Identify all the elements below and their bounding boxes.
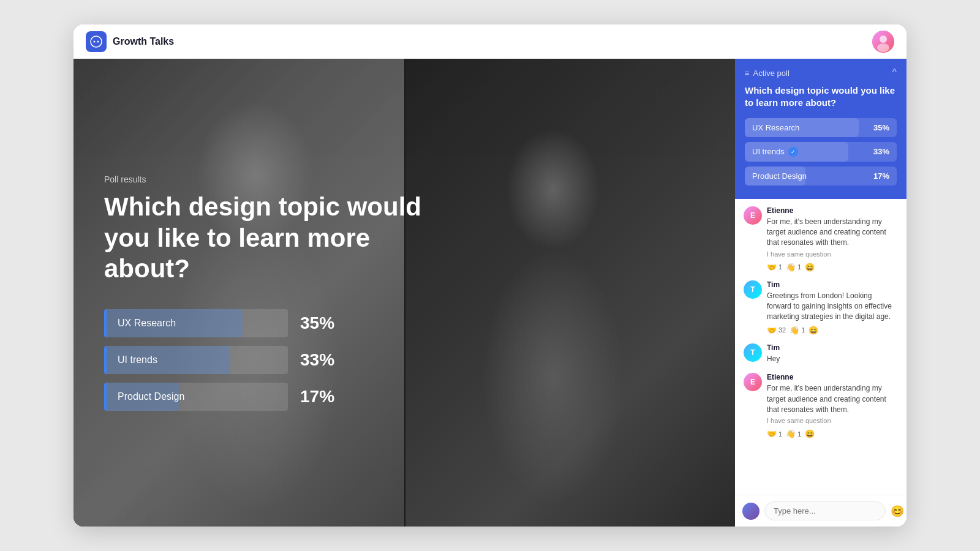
chat-message: T Tim Hey — [744, 343, 898, 364]
poll-option-label: Product Design — [118, 391, 184, 402]
chat-input[interactable] — [764, 501, 886, 520]
chat-input-row: 😊 👋 🔥 — [735, 495, 907, 527]
emoji-icon[interactable]: 😊 — [891, 504, 904, 518]
svg-point-5 — [877, 43, 889, 52]
header: Growth Talks — [74, 24, 907, 59]
reaction-count: 1 — [778, 263, 782, 271]
poll-option-label: UI trends — [118, 354, 157, 365]
app-window: Growth Talks P — [74, 24, 907, 527]
reaction-count: 1 — [801, 326, 805, 334]
svg-point-4 — [880, 36, 887, 43]
reaction-emoji: 😄 — [805, 263, 815, 272]
poll-panel-option[interactable]: UX Research 35% — [745, 118, 897, 137]
poll-question: Which design topic would you like to lea… — [104, 192, 459, 284]
msg-text: Greetings from London! Looking forward t… — [767, 291, 898, 323]
chat-message: E Etienne For me, it's been understandin… — [744, 373, 898, 438]
msg-avatar: E — [744, 373, 762, 391]
reaction-pill[interactable]: 🤝 32 — [767, 326, 786, 335]
poll-option-bar: UX Research — [104, 309, 288, 337]
chat-messages[interactable]: E Etienne For me, it's been understandin… — [735, 199, 907, 495]
poll-panel-option-pct: 33% — [873, 147, 889, 156]
poll-panel-option-pct: 17% — [873, 171, 889, 181]
msg-body: Etienne For me, it's been understanding … — [767, 206, 898, 272]
user-avatar-header[interactable] — [872, 31, 894, 53]
collapse-button[interactable]: ^ — [892, 67, 897, 78]
logo-icon — [86, 31, 107, 52]
poll-option-pct: 17% — [300, 387, 343, 407]
msg-text: Hey — [767, 354, 898, 364]
poll-label: Poll results — [104, 174, 704, 184]
poll-option-row: UI trends 33% — [104, 346, 704, 374]
reaction-emoji: 😄 — [805, 429, 815, 438]
poll-option-pct: 35% — [300, 313, 343, 333]
svg-point-0 — [91, 36, 102, 47]
reaction-emoji: 👋 — [790, 326, 799, 335]
msg-text: For me, it's been understanding my targe… — [767, 383, 898, 415]
video-section: Poll results Which design topic would yo… — [74, 59, 735, 527]
header-left: Growth Talks — [86, 31, 174, 52]
reaction-count: 1 — [797, 263, 801, 271]
svg-point-2 — [97, 40, 99, 42]
poll-option-pct: 33% — [300, 350, 343, 370]
chat-message: T Tim Greetings from London! Looking for… — [744, 280, 898, 335]
chat-input-avatar — [742, 503, 760, 520]
chat-input-icons: 😊 👋 🔥 — [891, 504, 907, 518]
active-poll-panel: ≡ Active poll ^ Which design topic would… — [735, 59, 907, 199]
chat-message: E Etienne For me, it's been understandin… — [744, 206, 898, 272]
reaction-emoji: 🤝 — [767, 326, 777, 335]
msg-text: For me, it's been understanding my targe… — [767, 217, 898, 249]
reaction-pill[interactable]: 👋 1 — [786, 429, 801, 438]
reaction-emoji: 👋 — [786, 429, 796, 438]
msg-author: Etienne — [767, 373, 898, 381]
msg-avatar: T — [744, 343, 762, 362]
poll-icon: ≡ — [745, 69, 750, 78]
reaction-pill[interactable]: 🤝 1 — [767, 263, 782, 272]
poll-panel-option-label: UX Research — [752, 123, 799, 132]
reaction-emoji: 👋 — [786, 263, 796, 272]
main-content: Poll results Which design topic would yo… — [74, 59, 907, 527]
poll-option-row: Product Design 17% — [104, 383, 704, 411]
poll-panel-option-label: Product Design — [752, 171, 807, 181]
reaction-count: 1 — [778, 430, 782, 438]
msg-body: Etienne For me, it's been understanding … — [767, 373, 898, 438]
reaction-emoji: 🤝 — [767, 263, 777, 272]
msg-avatar: E — [744, 206, 762, 225]
poll-panel-question: Which design topic would you like to lea… — [745, 84, 897, 110]
msg-avatar: T — [744, 280, 762, 299]
active-poll-header: ≡ Active poll ^ — [745, 67, 897, 78]
reaction-pill[interactable]: 😄 — [805, 263, 815, 272]
msg-body: Tim Greetings from London! Looking forwa… — [767, 280, 898, 335]
poll-option-row: UX Research 35% — [104, 309, 704, 337]
msg-reactions: 🤝 32 👋 1 😄 — [767, 326, 898, 335]
reaction-pill[interactable]: 👋 1 — [786, 263, 801, 272]
msg-reactions: 🤝 1 👋 1 😄 — [767, 263, 898, 272]
reaction-emoji: 🤝 — [767, 429, 777, 438]
chat-section: E Etienne For me, it's been understandin… — [735, 199, 907, 527]
msg-reactions: 🤝 1 👋 1 😄 — [767, 429, 898, 438]
poll-panel-option-pct: 35% — [873, 123, 889, 132]
app-title: Growth Talks — [113, 36, 174, 47]
reaction-count: 1 — [797, 430, 801, 438]
poll-panel-option[interactable]: Product Design 17% — [745, 167, 897, 186]
reaction-pill[interactable]: 😄 — [805, 429, 815, 438]
msg-author: Tim — [767, 343, 898, 352]
msg-author: Etienne — [767, 206, 898, 215]
poll-panel-option[interactable]: UI trends ✓ 33% — [745, 142, 897, 162]
poll-overlay: Poll results Which design topic would yo… — [74, 59, 735, 527]
svg-point-1 — [94, 40, 96, 42]
reaction-pill[interactable]: 👋 1 — [790, 326, 805, 335]
poll-option-bar: UI trends — [104, 346, 288, 374]
reaction-count: 32 — [778, 326, 786, 334]
msg-subtext: I have same question — [767, 250, 898, 260]
poll-option-bar: Product Design — [104, 383, 288, 411]
msg-subtext: I have same question — [767, 416, 898, 426]
msg-body: Tim Hey — [767, 343, 898, 364]
reaction-pill[interactable]: 🤝 1 — [767, 429, 782, 438]
reaction-pill[interactable]: 😄 — [809, 326, 818, 335]
poll-panel-options: UX Research 35% UI trends ✓ 33% Product … — [745, 118, 897, 186]
reaction-emoji: 😄 — [809, 326, 818, 335]
sidebar: ≡ Active poll ^ Which design topic would… — [735, 59, 907, 527]
msg-author: Tim — [767, 280, 898, 289]
poll-options: UX Research 35% UI trends 33% Product De… — [104, 309, 704, 411]
check-icon: ✓ — [788, 147, 798, 157]
